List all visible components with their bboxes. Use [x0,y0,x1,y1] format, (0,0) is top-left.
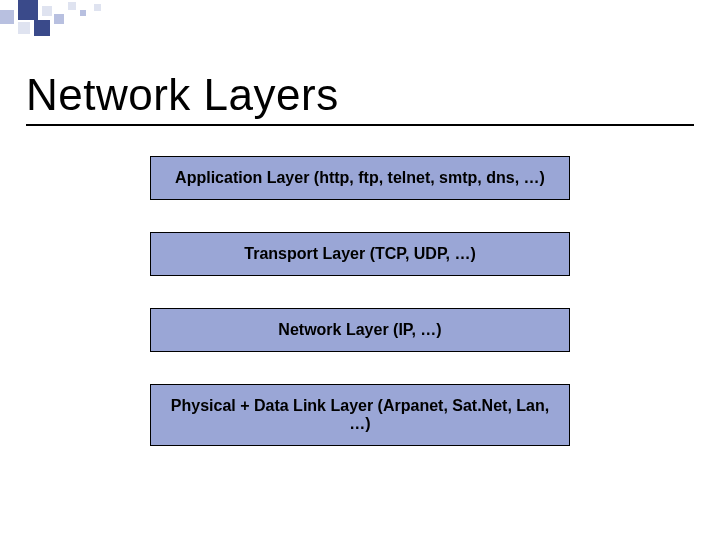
layer-transport: Transport Layer (TCP, UDP, …) [150,232,570,276]
layer-label: Application Layer (http, ftp, telnet, sm… [175,169,545,186]
layer-label: Network Layer (IP, …) [278,321,441,338]
layer-stack: Application Layer (http, ftp, telnet, sm… [0,156,720,446]
title-underline [26,124,694,126]
layer-network: Network Layer (IP, …) [150,308,570,352]
layer-label: Physical + Data Link Layer (Arpanet, Sat… [171,397,549,432]
layer-label: Transport Layer (TCP, UDP, …) [244,245,475,262]
layer-application: Application Layer (http, ftp, telnet, sm… [150,156,570,200]
slide-title: Network Layers [26,70,339,120]
layer-physical-datalink: Physical + Data Link Layer (Arpanet, Sat… [150,384,570,446]
corner-decoration [0,0,120,36]
